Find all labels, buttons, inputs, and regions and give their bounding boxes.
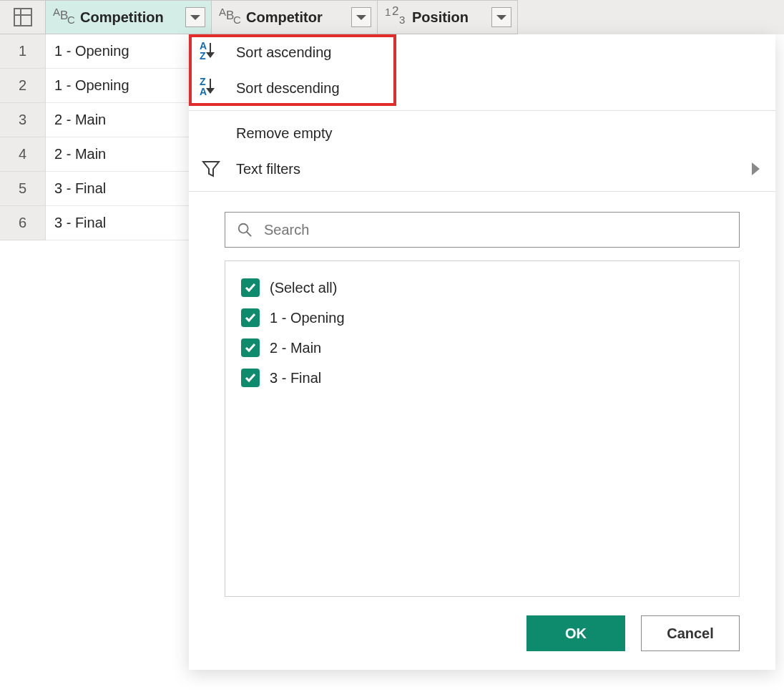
- button-label: OK: [565, 625, 587, 642]
- text-filters-item[interactable]: Text filters: [189, 151, 775, 187]
- filter-search-box[interactable]: [225, 212, 740, 248]
- menu-separator: [189, 191, 775, 192]
- sort-ascending-item[interactable]: AZ Sort ascending: [189, 34, 775, 70]
- cancel-button[interactable]: Cancel: [641, 615, 740, 651]
- cell-competition[interactable]: 3 - Final: [46, 206, 212, 240]
- row-number: 6: [0, 206, 46, 240]
- chevron-down-icon: [190, 15, 200, 20]
- column-label: Competition: [80, 9, 180, 26]
- filter-value-label: (Select all): [270, 280, 337, 296]
- cell-competition[interactable]: 1 - Opening: [46, 69, 212, 103]
- filter-dropdown-button[interactable]: [491, 7, 511, 27]
- column-filter-menu: AZ Sort ascending ZA Sort descending Rem…: [189, 34, 775, 670]
- checkbox-checked-icon: [241, 338, 260, 357]
- menu-label: Sort ascending: [236, 44, 760, 61]
- column-header-position[interactable]: 123 Position: [378, 0, 518, 34]
- filter-search-input[interactable]: [263, 221, 727, 239]
- column-header-competitor[interactable]: ABC Competitor: [212, 0, 378, 34]
- row-number: 3: [0, 103, 46, 137]
- cell-competition[interactable]: 3 - Final: [46, 172, 212, 206]
- column-label: Competitor: [246, 9, 346, 26]
- checkbox-checked-icon: [241, 308, 260, 327]
- grid-header: ABC Competition ABC Competitor 123 Posit…: [0, 0, 784, 34]
- chevron-down-icon: [356, 15, 366, 20]
- cell-competition[interactable]: 2 - Main: [46, 103, 212, 137]
- table-corner-button[interactable]: [0, 0, 46, 34]
- text-type-icon: ABC: [219, 7, 240, 27]
- chevron-right-icon: [752, 162, 760, 175]
- ok-button[interactable]: OK: [526, 615, 625, 651]
- search-icon: [237, 222, 253, 238]
- sort-descending-item[interactable]: ZA Sort descending: [189, 70, 775, 106]
- funnel-icon: [200, 158, 222, 180]
- button-label: Cancel: [667, 625, 714, 642]
- column-label: Position: [412, 9, 486, 26]
- filter-value-item[interactable]: 2 - Main: [241, 333, 723, 363]
- text-type-icon: ABC: [53, 7, 74, 27]
- menu-label: Remove empty: [236, 125, 760, 142]
- menu-label: Text filters: [236, 161, 739, 177]
- checkbox-checked-icon: [241, 278, 260, 297]
- filter-dropdown-button[interactable]: [185, 7, 205, 27]
- filter-value-label: 2 - Main: [270, 340, 321, 356]
- row-number: 4: [0, 137, 46, 172]
- filter-value-item[interactable]: 1 - Opening: [241, 303, 723, 333]
- sort-ascending-icon: AZ: [200, 42, 222, 63]
- row-number: 5: [0, 172, 46, 206]
- filter-value-select-all[interactable]: (Select all): [241, 273, 723, 303]
- checkbox-checked-icon: [241, 369, 260, 387]
- number-type-icon: 123: [385, 7, 406, 27]
- column-header-competition[interactable]: ABC Competition: [46, 0, 212, 34]
- chevron-down-icon: [496, 15, 506, 20]
- cell-competition[interactable]: 2 - Main: [46, 137, 212, 172]
- row-number: 2: [0, 69, 46, 103]
- menu-separator: [189, 110, 775, 111]
- svg-point-0: [239, 224, 248, 233]
- remove-empty-item[interactable]: Remove empty: [189, 115, 775, 151]
- cell-competition[interactable]: 1 - Opening: [46, 34, 212, 69]
- filter-value-label: 1 - Opening: [270, 310, 345, 326]
- row-number: 1: [0, 34, 46, 69]
- sort-descending-icon: ZA: [200, 77, 222, 99]
- filter-value-label: 3 - Final: [270, 370, 321, 386]
- filter-buttons: OK Cancel: [189, 597, 775, 651]
- filter-value-item[interactable]: 3 - Final: [241, 363, 723, 393]
- svg-line-1: [247, 232, 251, 236]
- menu-label: Sort descending: [236, 80, 760, 97]
- filter-dropdown-button[interactable]: [351, 7, 371, 27]
- table-icon: [14, 8, 32, 26]
- filter-values-list: (Select all) 1 - Opening 2 - Main 3 - Fi…: [225, 260, 740, 597]
